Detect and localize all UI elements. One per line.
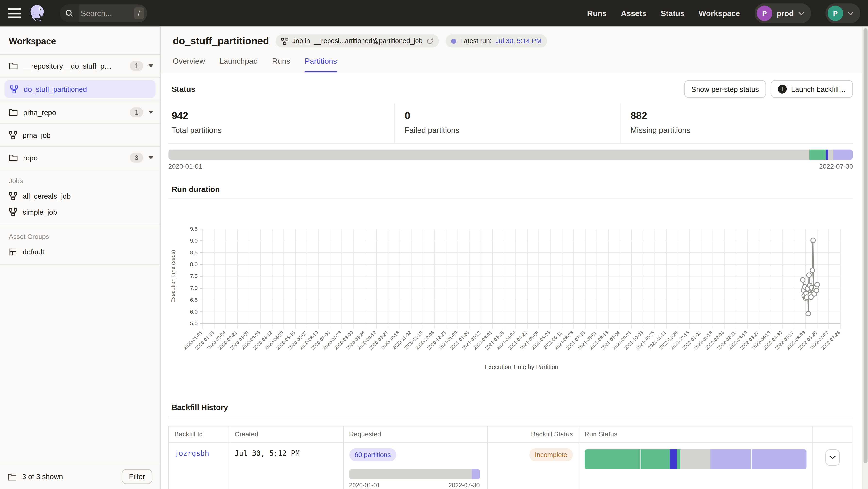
plus-circle-icon: + (778, 85, 787, 94)
latest-run-tag: Latest run: Jul 30, 5:14 PM (446, 34, 547, 48)
user-menu[interactable]: P (825, 3, 860, 23)
svg-text:8.5: 8.5 (190, 249, 197, 256)
scrollbar-thumb[interactable] (864, 28, 868, 463)
sidebar-repo-repository-do-stuff[interactable]: __repository__do_stuff_partitio... 1 (0, 55, 160, 77)
sidebar-asset-groups-section: Asset Groups default (0, 225, 160, 265)
svg-text:6.0: 6.0 (190, 308, 197, 315)
cell-backfill-id: jozrgsbh (169, 443, 229, 489)
job-label: simple_job (23, 208, 57, 216)
col-actions (813, 426, 852, 442)
job-icon (9, 208, 17, 216)
repo-label: prha_repo (23, 108, 56, 116)
table-header-row: Backfill Id Created Requested Backfill S… (169, 426, 852, 443)
launch-backfill-button[interactable]: + Launch backfill… (771, 80, 853, 98)
dagster-logo-icon[interactable] (28, 3, 46, 23)
tab-runs[interactable]: Runs (272, 57, 290, 72)
filter-button[interactable]: Filter (122, 469, 152, 484)
svg-text:5.5: 5.5 (190, 320, 197, 326)
caret-down-icon[interactable] (148, 64, 153, 68)
job-header: do_stuff_partitioned Job in __reposi...a… (160, 27, 868, 73)
caret-down-icon[interactable] (148, 111, 153, 114)
job-tag-prefix: Job in (292, 37, 310, 45)
sidebar-item-prha-job[interactable]: prha_job (0, 124, 160, 146)
job-repo-link[interactable]: __reposi...artitioned@partitioned_job (314, 37, 423, 45)
status-header-row: Status Show per-step status + Launch bac… (168, 78, 853, 100)
partition-range-end: 2022-07-30 (819, 163, 853, 170)
col-requested: Requested (344, 426, 488, 442)
deployment-switcher[interactable]: P prod (754, 3, 811, 23)
status-section-title: Status (168, 85, 195, 94)
svg-text:9.0: 9.0 (190, 237, 197, 244)
expand-row-button[interactable] (825, 449, 839, 466)
nav-runs[interactable]: Runs (587, 9, 607, 18)
nav-workspace[interactable]: Workspace (699, 9, 740, 18)
folder-icon (8, 473, 17, 481)
sidebar-repo-prha-repo[interactable]: prha_repo 1 (0, 101, 160, 124)
cell-created: Jul 30, 5:12 PM (229, 443, 344, 489)
job-label: all_cereals_job (23, 192, 71, 200)
backfill-id-link[interactable]: jozrgsbh (174, 449, 209, 457)
sidebar-item-all-cereals-job[interactable]: all_cereals_job (9, 188, 151, 204)
job-icon (10, 85, 18, 93)
partition-status-bar-wrap: 2020-01-01 2022-07-30 (168, 149, 853, 170)
backfill-history-section-title: Backfill History (168, 403, 853, 417)
sidebar-item-simple-job[interactable]: simple_job (9, 204, 151, 220)
job-icon (9, 192, 17, 200)
vertical-scrollbar (862, 27, 868, 489)
jobs-section-label: Jobs (9, 177, 151, 185)
cell-requested: 60 partitions 2020-01-01 2022-07-30 (344, 443, 488, 489)
app-window: / Runs Assets Status Workspace P prod P … (0, 0, 868, 489)
job-tabs: Overview Launchpad Runs Partitions (173, 57, 851, 72)
asset-groups-section-label: Asset Groups (9, 233, 151, 240)
sidebar-spacer (0, 265, 160, 464)
stat-label: Failed partitions (405, 126, 620, 134)
hamburger-menu-icon[interactable] (8, 8, 21, 18)
user-avatar: P (828, 6, 843, 21)
col-backfill-status: Backfill Status (488, 426, 579, 442)
col-run-status: Run Status (579, 426, 813, 442)
asset-group-icon (9, 248, 17, 256)
job-label: do_stuff_partitioned (24, 85, 87, 93)
tab-partitions[interactable]: Partitions (305, 57, 337, 72)
col-created: Created (229, 426, 344, 442)
run-duration-section-title: Run duration (168, 185, 853, 199)
stat-value: 0 (405, 110, 620, 122)
requested-partitions-badge[interactable]: 60 partitions (349, 448, 396, 461)
folder-icon (9, 154, 18, 162)
partition-status-bar[interactable] (168, 149, 853, 160)
job-icon (9, 131, 17, 139)
caret-down-icon[interactable] (148, 156, 153, 159)
stat-label: Missing partitions (631, 126, 853, 134)
svg-text:8.0: 8.0 (190, 261, 197, 267)
show-per-step-status-button[interactable]: Show per-step status (684, 80, 766, 98)
chevron-down-icon (829, 455, 836, 460)
nav-assets[interactable]: Assets (621, 9, 646, 18)
sidebar-item-do-stuff-partitioned[interactable]: do_stuff_partitioned (4, 80, 155, 98)
created-timestamp: Jul 30, 5:12 PM (235, 449, 300, 457)
partition-stats-row: 942 Total partitions 0 Failed partitions… (168, 103, 853, 144)
col-backfill-id: Backfill Id (169, 426, 229, 442)
sidebar-repo-repo[interactable]: repo 3 (0, 146, 160, 169)
folder-icon (9, 108, 18, 116)
stat-label: Total partitions (172, 126, 394, 134)
svg-text:7.0: 7.0 (190, 285, 197, 291)
stat-value: 882 (631, 110, 853, 122)
sidebar-footer: 3 of 3 shown Filter (0, 463, 160, 489)
chevron-down-icon (848, 11, 854, 15)
stat-missing-partitions: 882 Missing partitions (620, 103, 853, 143)
sidebar-selected-wrap: do_stuff_partitioned (0, 77, 160, 101)
requested-range-end: 2022-07-30 (448, 482, 479, 489)
global-search[interactable]: / (60, 4, 147, 22)
nav-status[interactable]: Status (661, 9, 684, 18)
deployment-avatar: P (757, 6, 772, 21)
svg-text:9.5: 9.5 (190, 226, 197, 232)
refresh-icon[interactable] (427, 37, 434, 44)
tab-overview[interactable]: Overview (173, 57, 205, 72)
sidebar-item-default-asset-group[interactable]: default (9, 244, 151, 260)
latest-run-link[interactable]: Jul 30, 5:14 PM (496, 37, 541, 45)
search-input[interactable] (79, 9, 134, 18)
run-status-bar[interactable] (585, 449, 807, 469)
backfill-status-badge: Incomplete (529, 448, 573, 461)
tab-launchpad[interactable]: Launchpad (219, 57, 258, 72)
backfill-history-table: Backfill Id Created Requested Backfill S… (168, 426, 852, 489)
